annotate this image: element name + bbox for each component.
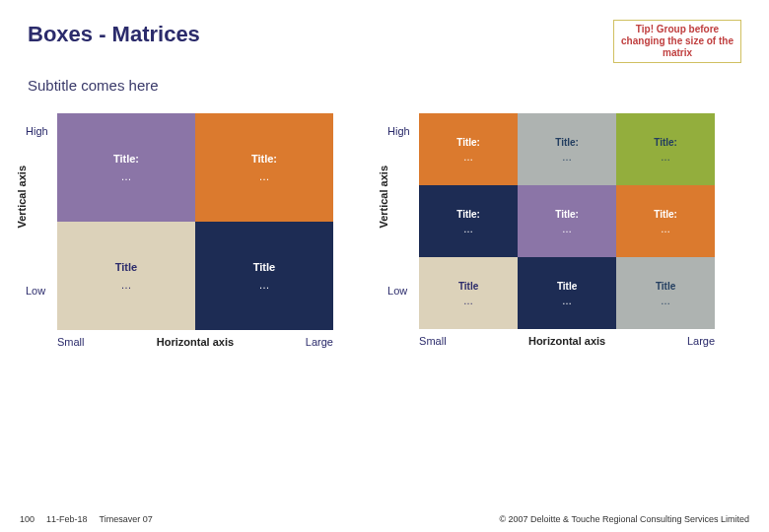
charts-row: High Vertical axis Title: … Title: … Tit… [28, 113, 741, 348]
cell-content: … [121, 170, 132, 182]
y-low-label: Low [387, 285, 407, 297]
matrix-cell: Title: … [616, 113, 715, 185]
cell-content: … [259, 279, 270, 291]
footer-copyright: © 2007 Deloitte & Touche Regional Consul… [499, 514, 749, 524]
x-small-label: Small [57, 336, 149, 348]
matrix-cell: Title: … [195, 113, 333, 222]
matrix-cell: Title: … [419, 185, 518, 257]
vertical-axis-label: Vertical axis [378, 166, 389, 229]
page-number: 100 [20, 514, 35, 524]
cell-content: … [562, 296, 572, 306]
cell-title: Title [458, 281, 478, 292]
footer-date: 11-Feb-18 [46, 514, 88, 524]
matrix-cell: Title: … [419, 113, 518, 185]
tip-callout: Tip! Group before changing the size of t… [613, 20, 741, 63]
y-low-label: Low [26, 285, 45, 297]
horizontal-axis-label: Horizontal axis [518, 335, 616, 347]
cell-title: Title: [555, 209, 579, 220]
cell-content: … [121, 279, 132, 291]
x-large-label: Large [242, 336, 333, 348]
matrix-cell: Title … [419, 257, 518, 329]
cell-title: Title [656, 281, 675, 292]
subtitle: Subtitle comes here [28, 77, 741, 94]
matrix-cell: Title: … [57, 113, 195, 222]
cell-content: … [661, 224, 670, 234]
horizontal-axis-label: Horizontal axis [149, 336, 241, 348]
cell-title: Title: [456, 137, 480, 148]
horizontal-axis-row: Small Horizontal axis Large [419, 335, 715, 347]
cell-title: Title: [654, 209, 677, 220]
cell-title: Title [115, 261, 137, 273]
cell-content: … [661, 296, 670, 306]
matrix-cell: Title: … [518, 185, 616, 257]
x-large-label: Large [616, 335, 715, 347]
cell-title: Title [253, 261, 275, 273]
matrix-cell: Title … [616, 257, 715, 329]
x-small-label: Small [419, 335, 518, 347]
cell-content: … [463, 152, 473, 163]
cell-content: … [259, 170, 270, 182]
matrix-2x2: High Vertical axis Title: … Title: … Tit… [28, 113, 360, 348]
cell-content: … [463, 224, 473, 234]
slide: Boxes - Matrices Tip! Group before chang… [0, 0, 769, 532]
cell-content: … [661, 152, 670, 163]
cell-title: Title [557, 281, 577, 292]
matrix-cell: Title … [195, 222, 333, 330]
matrix-3x3-grid: Title: … Title: … Title: … Title: … Titl… [419, 113, 741, 329]
matrix-cell: Title … [57, 222, 195, 330]
cell-title: Title: [251, 153, 277, 165]
matrix-2x2-grid: Title: … Title: … Title … Title … [57, 113, 360, 330]
matrix-cell: Title: … [616, 185, 715, 257]
y-high-label: High [387, 125, 410, 137]
cell-content: … [562, 224, 572, 234]
cell-title: Title: [113, 153, 139, 165]
y-high-label: High [26, 125, 48, 137]
vertical-axis-label: Vertical axis [16, 166, 28, 229]
cell-title: Title: [555, 137, 579, 148]
footer-doc: Timesaver 07 [100, 514, 153, 524]
cell-content: … [463, 296, 473, 306]
cell-title: Title: [456, 209, 480, 220]
horizontal-axis-row: Small Horizontal axis Large [57, 336, 333, 348]
matrix-3x3: High Vertical axis Title: … Title: … Tit… [389, 113, 741, 348]
footer: 100 11-Feb-18 Timesaver 07 © 2007 Deloit… [0, 514, 769, 524]
matrix-cell: Title: … [518, 113, 616, 185]
cell-title: Title: [654, 137, 677, 148]
matrix-cell: Title … [518, 257, 616, 329]
cell-content: … [562, 152, 572, 163]
